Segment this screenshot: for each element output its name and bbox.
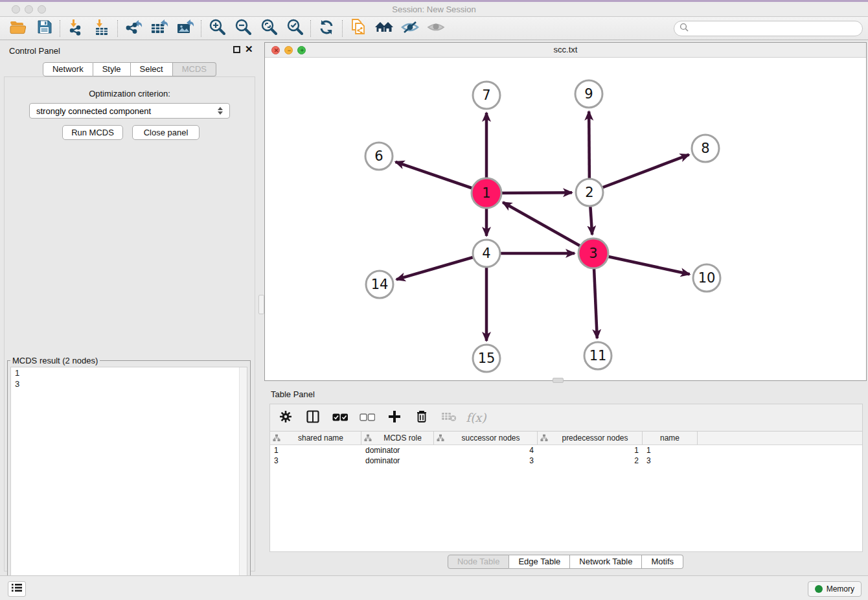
network-minimize-button[interactable]: −	[284, 46, 293, 54]
import-network-icon	[67, 19, 84, 38]
zoom-fit-button[interactable]	[256, 18, 282, 39]
status-bar: Memory	[0, 575, 868, 600]
column-type-icon	[364, 434, 372, 442]
table-cell[interactable]: dominator	[361, 445, 434, 456]
hide-selected-button[interactable]	[397, 18, 423, 39]
zoom-fit-icon	[260, 19, 277, 38]
memory-button[interactable]: Memory	[808, 581, 862, 597]
tab-edge-table[interactable]: Edge Table	[509, 555, 570, 569]
tab-select[interactable]: Select	[131, 62, 173, 76]
edge-2-8[interactable]	[589, 155, 689, 192]
zoom-button[interactable]	[38, 5, 46, 14]
zoom-out-icon	[234, 19, 251, 38]
delete-table-button[interactable]	[440, 409, 458, 427]
open-session-button[interactable]	[5, 18, 31, 39]
table-cell[interactable]: 2	[538, 456, 643, 466]
unchecked-boxes-icon	[360, 412, 375, 424]
zoom-out-button[interactable]	[230, 18, 256, 39]
task-list-icon	[11, 583, 23, 595]
column-header-successor-nodes[interactable]: successor nodes	[434, 432, 538, 444]
close-panel-icon[interactable]: ✕	[245, 44, 253, 54]
column-header-shared-name[interactable]: shared name	[270, 432, 361, 444]
column-header-name[interactable]: name	[643, 432, 698, 444]
export-table-icon	[150, 19, 168, 38]
table-row[interactable]: 1dominator411	[270, 445, 862, 456]
node-table[interactable]: shared nameMCDS rolesuccessor nodesprede…	[269, 432, 863, 552]
new-network-from-selection-button[interactable]	[345, 18, 371, 39]
import-network-button[interactable]	[63, 18, 89, 39]
column-label: predecessor nodes	[548, 433, 642, 443]
node-label-9: 9	[584, 86, 593, 102]
toolbar-separator	[60, 20, 60, 37]
zoom-in-button[interactable]	[204, 18, 230, 39]
table-settings-button[interactable]	[277, 409, 295, 427]
checked-boxes-icon	[332, 412, 348, 424]
table-cell[interactable]: 3	[643, 456, 698, 466]
table-cell[interactable]: 3	[270, 456, 361, 466]
search-box[interactable]	[674, 21, 863, 36]
function-builder-button[interactable]: f(x)	[467, 409, 485, 427]
close-panel-button[interactable]: Close panel	[132, 125, 200, 140]
optimization-criterion-select[interactable]: strongly connected component	[29, 103, 230, 119]
optimization-criterion-label: Optimization criterion:	[5, 89, 255, 98]
search-input[interactable]	[689, 24, 857, 33]
tab-network-table[interactable]: Network Table	[570, 555, 642, 569]
tab-network[interactable]: Network	[43, 62, 93, 76]
column-header-predecessor-nodes[interactable]: predecessor nodes	[538, 432, 643, 444]
close-button[interactable]	[12, 5, 20, 14]
column-header-MCDS-role[interactable]: MCDS role	[361, 432, 434, 444]
network-maximize-button[interactable]: +	[297, 46, 306, 54]
horizontal-splitter-grip[interactable]	[553, 378, 564, 383]
table-cell[interactable]: dominator	[361, 456, 434, 466]
table-rows: 1dominator4113dominator323	[270, 445, 862, 466]
mcds-result-line: 1	[11, 367, 247, 378]
table-cell[interactable]: 1	[643, 445, 698, 456]
save-session-button[interactable]	[31, 18, 57, 39]
column-label: shared name	[280, 433, 361, 443]
network-canvas[interactable]: 7968124314101511	[265, 58, 866, 380]
add-column-button[interactable]	[385, 409, 404, 427]
task-history-button[interactable]	[8, 581, 26, 597]
tab-motifs[interactable]: Motifs	[642, 555, 683, 569]
export-image-button[interactable]	[172, 18, 198, 39]
network-close-button[interactable]: ✕	[271, 46, 280, 54]
tab-style[interactable]: Style	[93, 62, 131, 76]
plus-icon	[388, 410, 401, 426]
memory-label: Memory	[827, 584, 854, 594]
show-all-button[interactable]	[423, 18, 449, 39]
column-type-icon	[273, 434, 280, 442]
float-panel-icon[interactable]	[233, 46, 240, 53]
column-chooser-button[interactable]	[304, 409, 322, 427]
zoom-selected-button[interactable]	[282, 18, 308, 39]
run-mcds-button[interactable]: Run MCDS	[62, 125, 123, 140]
tab-mcds[interactable]: MCDS	[173, 62, 216, 76]
toolbar-separator	[342, 20, 343, 37]
column-label: MCDS role	[372, 433, 433, 443]
table-row[interactable]: 3dominator323	[270, 456, 862, 466]
search-icon	[680, 23, 689, 34]
deselect-all-button[interactable]	[358, 409, 376, 427]
first-neighbors-button[interactable]	[371, 18, 397, 39]
control-panel: Control Panel ✕ NetworkStyleSelectMCDS O…	[0, 40, 259, 575]
control-panel-title: Control Panel	[9, 46, 60, 56]
tab-node-table[interactable]: Node Table	[448, 555, 510, 569]
network-window-titlebar[interactable]: ✕ − + scc.txt	[265, 43, 866, 58]
table-cell[interactable]: 4	[434, 445, 538, 456]
minimize-button[interactable]	[25, 5, 33, 14]
select-all-button[interactable]	[331, 409, 349, 427]
export-table-button[interactable]	[146, 18, 172, 39]
import-table-button[interactable]	[89, 18, 115, 39]
delete-column-button[interactable]	[413, 409, 431, 427]
vertical-splitter-grip[interactable]	[258, 295, 264, 314]
table-cell[interactable]: 3	[434, 456, 538, 466]
mcds-result-list[interactable]: 13	[10, 367, 247, 595]
node-label-7: 7	[482, 87, 490, 103]
result-scrollbar[interactable]	[239, 367, 247, 594]
refresh-layout-button[interactable]	[314, 18, 339, 39]
table-cell[interactable]: 1	[270, 445, 361, 456]
node-label-11: 11	[589, 348, 607, 363]
table-cell[interactable]: 1	[538, 445, 643, 456]
mcds-result-title: MCDS result (2 nodes)	[10, 356, 100, 365]
export-network-button[interactable]	[120, 18, 146, 39]
node-label-8: 8	[701, 141, 709, 156]
